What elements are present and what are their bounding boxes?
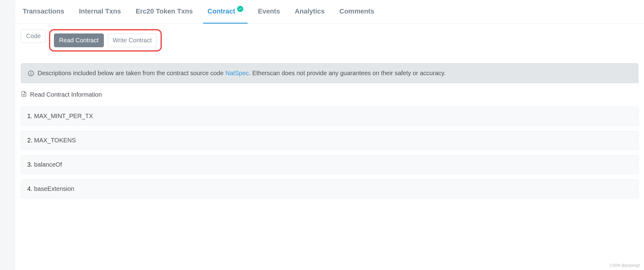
function-name: baseExtension (34, 185, 74, 192)
tab-analytics[interactable]: Analytics (293, 0, 327, 23)
annotation-highlight-box: Read Contract Write Contract (49, 29, 162, 52)
function-name: MAX_MINT_PER_TX (34, 113, 93, 119)
alert-text: Descriptions included below are taken fr… (38, 70, 445, 77)
contract-subtab-row: Code Read Contract Write Contract (21, 29, 638, 52)
watermark: CSDN @jieqiang3 (610, 263, 640, 268)
function-item[interactable]: 4. baseExtension (21, 179, 638, 198)
function-item[interactable]: 3. balanceOf (21, 155, 638, 174)
alert-suffix: . Etherscan does not provide any guarant… (249, 70, 445, 76)
subtab-code[interactable]: Code (21, 29, 46, 43)
section-heading-label: Read Contract Information (30, 91, 102, 98)
tab-internal-txns[interactable]: Internal Txns (77, 0, 123, 23)
verified-check-icon (237, 6, 243, 12)
function-index: 1. (27, 113, 32, 119)
read-contract-heading: Read Contract Information (21, 91, 638, 99)
tab-contract-label: Contract (207, 7, 235, 15)
tab-transactions[interactable]: Transactions (21, 0, 66, 23)
natspec-alert: Descriptions included below are taken fr… (21, 63, 638, 83)
subtab-read-contract[interactable]: Read Contract (54, 33, 104, 47)
contract-panel: Transactions Internal Txns Erc20 Token T… (15, 0, 644, 270)
natspec-link[interactable]: NatSpec (225, 70, 249, 76)
function-name: balanceOf (34, 161, 62, 168)
function-item[interactable]: 1. MAX_MINT_PER_TX (21, 107, 638, 125)
info-icon (28, 70, 34, 76)
contract-content: Code Read Contract Write Contract Descri… (15, 24, 644, 204)
document-icon (21, 91, 27, 99)
alert-prefix: Descriptions included below are taken fr… (38, 70, 225, 76)
tab-comments[interactable]: Comments (338, 0, 376, 23)
main-tab-bar: Transactions Internal Txns Erc20 Token T… (15, 0, 644, 24)
tab-contract[interactable]: Contract (206, 0, 245, 23)
svg-point-2 (31, 72, 31, 72)
function-index: 4. (27, 185, 32, 192)
function-index: 3. (27, 161, 32, 168)
function-index: 2. (27, 137, 32, 144)
function-list: 1. MAX_MINT_PER_TX 2. MAX_TOKENS 3. bala… (21, 107, 638, 198)
tab-erc20-token-txns[interactable]: Erc20 Token Txns (134, 0, 195, 23)
function-item[interactable]: 2. MAX_TOKENS (21, 131, 638, 150)
function-name: MAX_TOKENS (34, 137, 76, 144)
subtab-write-contract[interactable]: Write Contract (108, 33, 157, 47)
tab-events[interactable]: Events (256, 0, 282, 23)
